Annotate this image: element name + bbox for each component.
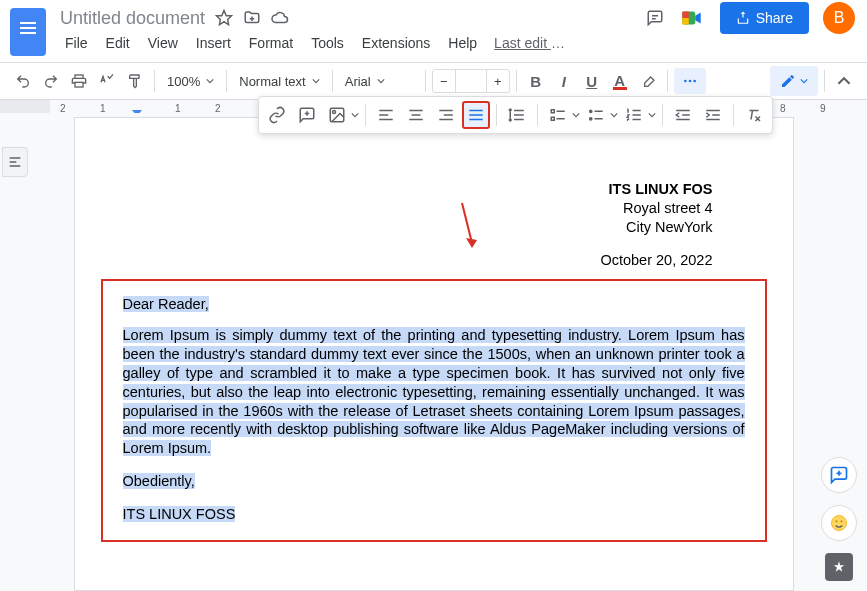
- side-tools: [821, 457, 857, 581]
- menu-tools[interactable]: Tools: [304, 33, 351, 53]
- bold-button[interactable]: B: [523, 68, 549, 94]
- highlight-button[interactable]: [635, 68, 661, 94]
- bullet-list-button[interactable]: [582, 101, 618, 129]
- align-left-button[interactable]: [372, 101, 400, 129]
- font-value: Arial: [345, 74, 371, 89]
- move-icon[interactable]: [243, 9, 261, 27]
- company-name: ITS LINUX FOS: [155, 180, 713, 199]
- add-comment-side-button[interactable]: [821, 457, 857, 493]
- meet-icon[interactable]: [678, 4, 706, 32]
- document-page[interactable]: ITS LINUX FOS Royal street 4 City NewYor…: [74, 117, 794, 591]
- svg-marker-0: [217, 11, 232, 25]
- underline-button[interactable]: U: [579, 68, 605, 94]
- share-button[interactable]: Share: [720, 2, 809, 34]
- greeting: Dear Reader,: [123, 296, 209, 312]
- insert-link-button[interactable]: [263, 101, 291, 129]
- menu-insert[interactable]: Insert: [189, 33, 238, 53]
- svg-point-6: [684, 80, 687, 83]
- comment-history-icon[interactable]: [646, 9, 664, 27]
- paragraph-style-dropdown[interactable]: Normal text: [233, 68, 325, 94]
- more-button[interactable]: [674, 68, 706, 94]
- line-spacing-button[interactable]: [503, 101, 531, 129]
- svg-point-18: [836, 521, 838, 523]
- font-size-group: − +: [432, 69, 510, 93]
- star-icon[interactable]: [215, 9, 233, 27]
- svg-point-19: [841, 521, 843, 523]
- date: October 20, 2022: [155, 251, 713, 270]
- text-color-button[interactable]: A: [607, 68, 633, 94]
- svg-point-10: [333, 111, 336, 114]
- svg-point-17: [832, 516, 847, 531]
- font-size-increase[interactable]: +: [487, 69, 509, 93]
- svg-rect-2: [682, 12, 689, 19]
- spellcheck-button[interactable]: [94, 68, 120, 94]
- last-edit-link[interactable]: Last edit w…: [494, 35, 574, 51]
- print-button[interactable]: [66, 68, 92, 94]
- style-value: Normal text: [239, 74, 305, 89]
- numbered-list-button[interactable]: [620, 101, 656, 129]
- decrease-indent-button[interactable]: [669, 101, 697, 129]
- svg-rect-5: [75, 82, 83, 87]
- svg-point-7: [688, 80, 691, 83]
- align-justify-button[interactable]: [462, 101, 490, 129]
- font-dropdown[interactable]: Arial: [339, 68, 419, 94]
- outline-toggle[interactable]: [2, 147, 28, 177]
- svg-rect-12: [551, 117, 554, 120]
- primary-toolbar: 100% Normal text Arial − + B I U A: [0, 62, 867, 100]
- undo-button[interactable]: [10, 68, 36, 94]
- explore-button[interactable]: [825, 553, 853, 581]
- cloud-icon[interactable]: [271, 9, 289, 27]
- svg-rect-11: [551, 110, 554, 113]
- body-text: Lorem Ipsum is simply dummy text of the …: [123, 327, 745, 456]
- menu-file[interactable]: File: [58, 33, 95, 53]
- clear-formatting-button[interactable]: [740, 101, 768, 129]
- increase-indent-button[interactable]: [699, 101, 727, 129]
- floating-toolbar: [258, 96, 773, 134]
- menu-extensions[interactable]: Extensions: [355, 33, 437, 53]
- menu-view[interactable]: View: [141, 33, 185, 53]
- zoom-dropdown[interactable]: 100%: [161, 68, 220, 94]
- canvas: ITS LINUX FOS Royal street 4 City NewYor…: [0, 113, 867, 591]
- menu-format[interactable]: Format: [242, 33, 300, 53]
- hide-menus-button[interactable]: [831, 68, 857, 94]
- redo-button[interactable]: [38, 68, 64, 94]
- zoom-value: 100%: [167, 74, 200, 89]
- svg-point-13: [590, 110, 592, 112]
- menu-edit[interactable]: Edit: [99, 33, 137, 53]
- emoji-reaction-button[interactable]: [821, 505, 857, 541]
- avatar[interactable]: B: [823, 2, 855, 34]
- font-size-decrease[interactable]: −: [433, 69, 455, 93]
- font-size-input[interactable]: [455, 69, 487, 93]
- align-center-button[interactable]: [402, 101, 430, 129]
- align-right-button[interactable]: [432, 101, 460, 129]
- docs-logo[interactable]: [10, 8, 46, 56]
- annotation-box: Dear Reader, Lorem Ipsum is simply dummy…: [101, 279, 767, 541]
- share-label: Share: [756, 10, 793, 26]
- signature: ITS LINUX FOSS: [123, 506, 236, 522]
- letterhead: ITS LINUX FOS Royal street 4 City NewYor…: [155, 180, 713, 269]
- city: City NewYork: [155, 218, 713, 237]
- svg-point-14: [590, 118, 592, 120]
- closing: Obediently,: [123, 473, 195, 489]
- editing-mode-button[interactable]: [770, 66, 818, 96]
- checklist-button[interactable]: [544, 101, 580, 129]
- paint-format-button[interactable]: [122, 68, 148, 94]
- insert-image-button[interactable]: [323, 101, 359, 129]
- menu-help[interactable]: Help: [441, 33, 484, 53]
- svg-point-8: [693, 80, 696, 83]
- document-title[interactable]: Untitled document: [60, 8, 205, 29]
- title-bar: Untitled document Share B: [0, 0, 867, 30]
- italic-button[interactable]: I: [551, 68, 577, 94]
- svg-rect-4: [75, 75, 83, 78]
- svg-rect-3: [682, 18, 689, 25]
- street: Royal street 4: [155, 199, 713, 218]
- add-comment-button[interactable]: [293, 101, 321, 129]
